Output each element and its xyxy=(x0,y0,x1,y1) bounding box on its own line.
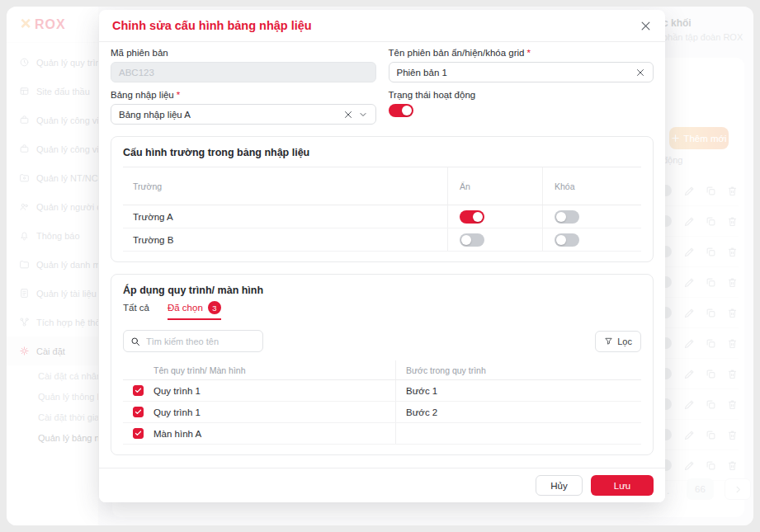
status-label: Trạng thái hoạt động xyxy=(389,90,654,100)
row-step xyxy=(395,423,641,444)
column-header-lock: Khóa xyxy=(542,167,641,205)
field-name: Trường B xyxy=(123,228,447,251)
apply-rows: Quy trình 1 Bước 1 Quy trình 1 xyxy=(123,380,641,445)
apply-table: Tên quy trình/ Màn hình Bước trong quy t… xyxy=(123,360,641,445)
apply-tabs: Tất cả Đã chọn 3 xyxy=(123,301,641,320)
field-config-rows: Trường A Trường B xyxy=(123,205,641,252)
search-row: Lọc xyxy=(123,330,641,352)
column-header-hide: Ẩn xyxy=(447,167,542,205)
field-config-card: Cấu hình trường trong bảng nhập liệu Trư… xyxy=(111,136,654,262)
screen: ROX Quản lý quy trình Site đấu thầu Quản… xyxy=(0,0,760,532)
input-table-select[interactable]: Bảng nhập liệu A xyxy=(111,104,376,125)
modal-body: Mã phiên bản ABC123 Tên phiên bản ẩn/hiệ… xyxy=(99,42,665,455)
lock-toggle[interactable] xyxy=(555,233,579,247)
filter-icon xyxy=(604,337,613,346)
search-icon xyxy=(130,337,140,346)
search-input[interactable] xyxy=(146,337,256,346)
chevron-down-icon[interactable] xyxy=(358,110,368,120)
table-row: Trường B xyxy=(123,228,641,252)
row-name: Quy trình 1 xyxy=(153,407,201,417)
close-icon[interactable] xyxy=(640,20,652,32)
table-row: Quy trình 1 Bước 1 xyxy=(123,380,641,402)
table-header-row: Trường Ẩn Khóa xyxy=(123,167,641,205)
app-frame: ROX Quản lý quy trình Site đấu thầu Quản… xyxy=(7,7,753,525)
version-code-label: Mã phiên bản xyxy=(111,48,376,58)
modal-footer: Hủy Lưu xyxy=(99,468,665,502)
column-header-field: Trường xyxy=(123,167,447,205)
clear-icon[interactable] xyxy=(343,110,353,120)
clear-icon[interactable] xyxy=(635,68,645,78)
edit-config-modal: Chỉnh sửa cấu hình bảng nhập liệu Mã phi… xyxy=(99,10,665,502)
version-name-input[interactable] xyxy=(397,68,631,78)
table-row: Quy trình 1 Bước 2 xyxy=(123,402,641,423)
save-button[interactable]: Lưu xyxy=(591,475,654,496)
filter-button[interactable]: Lọc xyxy=(595,331,641,352)
hide-toggle[interactable] xyxy=(460,233,484,247)
row-step: Bước 1 xyxy=(395,380,641,401)
field-version-code: Mã phiên bản ABC123 xyxy=(111,48,376,82)
row-name: Quy trình 1 xyxy=(153,386,201,396)
search-box xyxy=(123,330,263,352)
version-code-input: ABC123 xyxy=(111,62,376,82)
tab-selected[interactable]: Đã chọn 3 xyxy=(168,301,221,320)
hide-toggle[interactable] xyxy=(460,210,484,224)
column-header-name: Tên quy trình/ Màn hình xyxy=(123,360,395,379)
table-row: Trường A xyxy=(123,205,641,228)
row-checkbox[interactable] xyxy=(133,385,144,396)
column-header-step: Bước trong quy trình xyxy=(395,360,641,379)
field-status: Trạng thái hoạt động xyxy=(389,90,654,125)
row-checkbox[interactable] xyxy=(133,428,144,439)
status-toggle[interactable] xyxy=(389,104,413,117)
field-input-table: Bảng nhập liệu Bảng nhập liệu A xyxy=(111,90,376,125)
field-config-title: Cấu hình trường trong bảng nhập liệu xyxy=(123,147,641,158)
version-name-label: Tên phiên bản ẩn/hiện/khóa grid xyxy=(389,48,654,58)
table-header-row: Tên quy trình/ Màn hình Bước trong quy t… xyxy=(123,360,641,380)
table-row: Màn hình A xyxy=(123,423,641,445)
field-config-table: Trường Ẩn Khóa Trường A Trường B xyxy=(123,167,641,252)
selected-count-badge: 3 xyxy=(208,301,221,314)
apply-title: Áp dụng quy trình/ màn hình xyxy=(123,285,641,296)
field-version-name: Tên phiên bản ẩn/hiện/khóa grid xyxy=(389,48,654,82)
field-name: Trường A xyxy=(123,205,447,228)
modal-title: Chỉnh sửa cấu hình bảng nhập liệu xyxy=(112,19,312,32)
input-table-label: Bảng nhập liệu xyxy=(111,90,376,100)
row-checkbox[interactable] xyxy=(133,407,144,417)
modal-header: Chỉnh sửa cấu hình bảng nhập liệu xyxy=(99,10,665,42)
apply-card: Áp dụng quy trình/ màn hình Tất cả Đã ch… xyxy=(111,274,654,455)
row-name: Màn hình A xyxy=(153,429,201,439)
row-step: Bước 2 xyxy=(395,402,641,422)
version-name-field xyxy=(389,62,654,82)
lock-toggle[interactable] xyxy=(555,210,579,224)
cancel-button[interactable]: Hủy xyxy=(536,475,583,496)
tab-all[interactable]: Tất cả xyxy=(123,301,149,320)
